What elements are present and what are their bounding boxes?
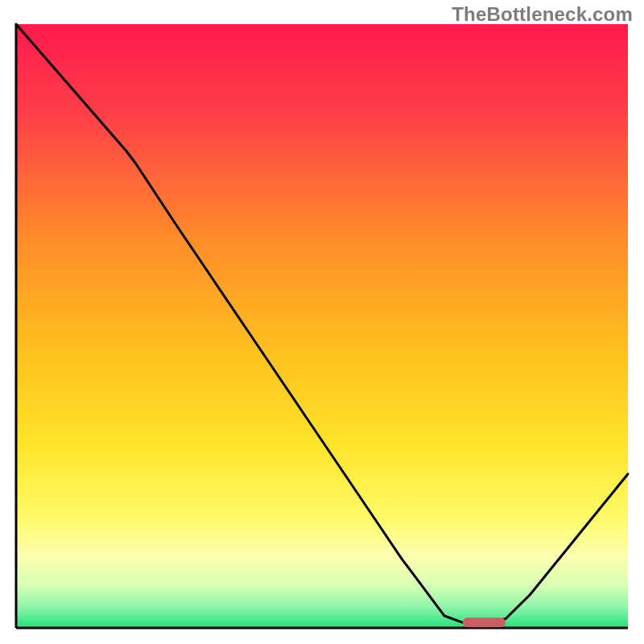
gradient-background: [16, 24, 628, 628]
chart-frame: TheBottleneck.com: [0, 0, 644, 644]
bottleneck-chart: [0, 0, 644, 644]
optimal-zone-marker: [463, 617, 506, 627]
